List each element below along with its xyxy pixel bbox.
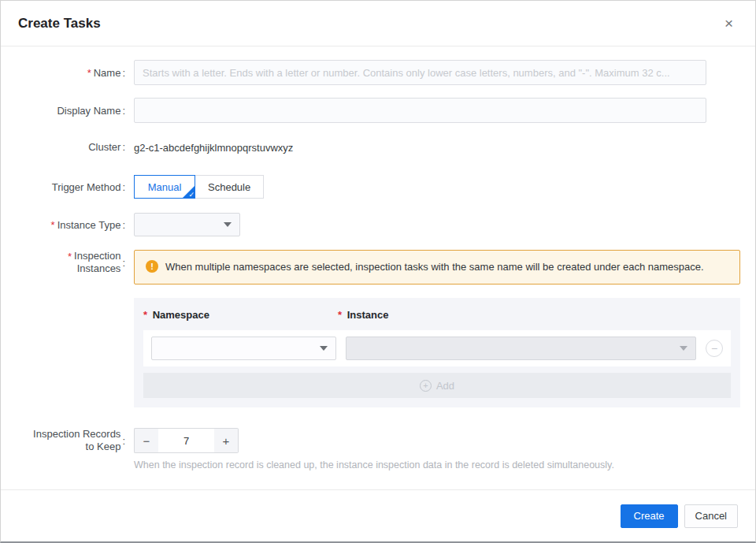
records-stepper: − 7 +	[134, 428, 614, 453]
display-name-label: Display Name :	[1, 105, 125, 117]
name-row: * Name :	[1, 60, 738, 85]
required-marker: *	[68, 251, 72, 262]
namespace-column-header: * Namespace	[143, 309, 338, 321]
records-to-keep-row: Inspection Records to Keep : − 7 + When …	[1, 428, 738, 470]
trigger-option-manual[interactable]: Manual ✓	[134, 175, 195, 199]
chevron-down-icon	[680, 346, 687, 351]
create-tasks-dialog: Create Tasks × * Name : Display Name :	[0, 0, 756, 543]
trigger-method-label: Trigger Method :	[1, 181, 125, 193]
trigger-method-toggle: Manual ✓ Schedule	[134, 175, 264, 199]
cluster-row: Cluster : g2-c1-abcdefghijklmnopqrstuvwx…	[1, 141, 738, 154]
name-label: * Name :	[1, 67, 125, 79]
dialog-body: * Name : Display Name : Cluster :	[1, 46, 755, 489]
dialog-header: Create Tasks ×	[1, 1, 755, 46]
trigger-method-row: Trigger Method : Manual ✓ Schedule	[1, 175, 738, 199]
cluster-value: g2-c1-abcdefghijklmnopqrstuvwxyz	[134, 141, 293, 154]
table-header-row: * Namespace * Instance	[143, 309, 731, 321]
records-to-keep-label: Inspection Records to Keep :	[1, 428, 125, 453]
plus-circle-icon: +	[420, 380, 432, 392]
table-row: −	[143, 330, 731, 366]
create-button[interactable]: Create	[621, 504, 678, 528]
inspection-instances-label: * Inspection Instances :	[1, 250, 125, 275]
stepper-decrement-button[interactable]: −	[134, 428, 158, 453]
instance-type-select[interactable]	[134, 213, 240, 236]
warning-alert-text: When multiple namespaces are selected, i…	[165, 258, 704, 275]
dialog-footer: Create Cancel	[1, 489, 755, 541]
instance-column-header: * Instance	[338, 309, 731, 321]
required-marker: *	[51, 219, 55, 231]
records-helper-text: When the inspection record is cleaned up…	[134, 459, 614, 470]
instance-type-label: * Instance Type :	[1, 219, 125, 231]
instance-select[interactable]	[346, 337, 696, 360]
warning-icon: !	[146, 260, 158, 273]
add-row-button[interactable]: + Add	[143, 373, 731, 398]
required-marker: *	[87, 67, 91, 79]
page-title: Create Tasks	[18, 16, 101, 32]
close-icon[interactable]: ×	[721, 14, 736, 32]
minus-circle-icon: −	[711, 343, 717, 354]
instance-type-row: * Instance Type :	[1, 213, 738, 236]
instances-table: * Namespace * Instance	[134, 298, 740, 407]
chevron-down-icon	[224, 222, 232, 227]
display-name-input[interactable]	[134, 98, 706, 123]
stepper-increment-button[interactable]: +	[214, 428, 239, 453]
add-row-label: Add	[436, 380, 454, 392]
inspection-instances-row: * Inspection Instances : ! When multiple…	[1, 250, 738, 407]
required-marker: *	[143, 309, 147, 321]
trigger-option-schedule[interactable]: Schedule	[195, 175, 264, 199]
warning-alert: ! When multiple namespaces are selected,…	[134, 250, 740, 285]
cancel-button[interactable]: Cancel	[684, 504, 738, 528]
required-marker: *	[338, 309, 342, 321]
remove-row-button[interactable]: −	[706, 340, 723, 357]
display-name-row: Display Name :	[1, 98, 738, 123]
check-icon: ✓	[188, 191, 195, 199]
name-input[interactable]	[134, 60, 706, 85]
chevron-down-icon	[320, 346, 328, 351]
namespace-select[interactable]	[151, 337, 336, 360]
stepper-value[interactable]: 7	[158, 428, 214, 453]
cluster-label: Cluster :	[1, 141, 125, 153]
